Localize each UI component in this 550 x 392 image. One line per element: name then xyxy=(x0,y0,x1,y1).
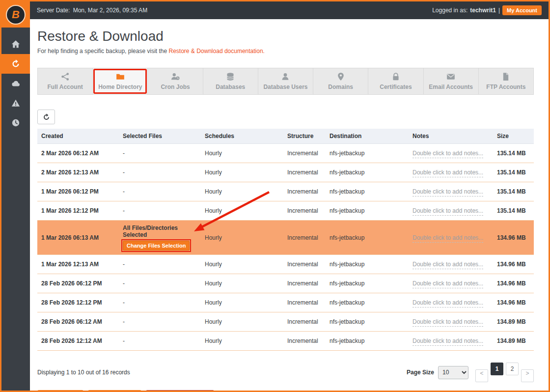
username: techwrit1 xyxy=(470,7,496,14)
envelope-icon xyxy=(446,72,455,81)
tab-databases[interactable]: Databases xyxy=(203,68,258,94)
table-row[interactable]: 1 Mar 2026 06:12 PM-HourlyIncrementalnfs… xyxy=(37,182,534,201)
documentation-link[interactable]: Restore & Download documentation. xyxy=(169,48,265,55)
backup-table-body: 2 Mar 2026 06:12 AM-HourlyIncrementalnfs… xyxy=(37,144,534,351)
schedules-cell: Hourly xyxy=(201,163,283,182)
structure-cell: Incremental xyxy=(283,255,326,274)
main-content: Restore & Download For help finding a sp… xyxy=(30,19,549,391)
sidebar-item-backups[interactable] xyxy=(1,74,30,93)
pagination-page-1-button[interactable]: 1 xyxy=(491,363,503,375)
table-row[interactable]: 2 Mar 2026 06:12 AM-HourlyIncrementalnfs… xyxy=(37,144,534,163)
subtitle: For help finding a specific backup, plea… xyxy=(37,48,534,55)
sidebar-item-queue[interactable] xyxy=(1,113,30,133)
selected-files-cell: All Files/Directories SelectedChange Fil… xyxy=(119,221,201,255)
structure-cell: Incremental xyxy=(283,274,326,293)
logo-link[interactable]: B xyxy=(1,1,30,28)
table-row[interactable]: 28 Feb 2026 06:12 AM-HourlyIncrementalnf… xyxy=(37,312,534,332)
table-row[interactable]: 2 Mar 2026 12:13 AM-HourlyIncrementalnfs… xyxy=(37,163,534,182)
clear-selection-button[interactable]: Clear Selection xyxy=(146,390,215,392)
notes-placeholder[interactable]: Double click to add notes... xyxy=(412,318,483,327)
tab-label: Cron Jobs xyxy=(161,84,190,90)
cloud-icon xyxy=(11,79,20,88)
alert-icon xyxy=(11,99,20,108)
server-date-value: Mon, Mar 2, 2026, 09:35 AM xyxy=(73,7,147,14)
column-header-created[interactable]: Created xyxy=(37,129,119,144)
selected-files-cell: - xyxy=(119,163,201,182)
schedules-cell: Hourly xyxy=(201,255,283,274)
size-cell: 134.96 MB xyxy=(493,221,534,255)
size-cell: 135.14 MB xyxy=(493,163,534,182)
annotation-box: Change Files Selection xyxy=(123,241,190,251)
download-button[interactable]: Download xyxy=(88,390,141,392)
notes-placeholder[interactable]: Double click to add notes... xyxy=(412,188,483,196)
restore-button[interactable]: Restore xyxy=(37,390,83,392)
sidebar-item-home[interactable] xyxy=(1,34,30,54)
column-header-structure[interactable]: Structure xyxy=(283,129,326,144)
column-header-size[interactable]: Size xyxy=(493,129,534,144)
structure-cell: Incremental xyxy=(283,221,326,255)
table-row[interactable]: 28 Feb 2026 12:12 PM-HourlyIncrementalnf… xyxy=(37,293,534,312)
table-row[interactable]: 1 Mar 2026 12:13 AM-HourlyIncrementalnfs… xyxy=(37,255,534,274)
pagination-prev-button[interactable]: < xyxy=(475,369,488,382)
sidebar-item-alerts[interactable] xyxy=(1,93,30,113)
notes-placeholder[interactable]: Double click to add notes... xyxy=(412,169,483,177)
schedules-cell: Hourly xyxy=(201,293,283,312)
change-files-selection-button[interactable]: Change Files Selection xyxy=(123,241,190,251)
notes-cell: Double click to add notes... xyxy=(409,201,493,221)
pager-area: Page Size 10 <12> xyxy=(407,363,534,382)
schedules-cell: Hourly xyxy=(201,274,283,293)
table-row[interactable]: 28 Feb 2026 12:12 AM-HourlyIncrementalnf… xyxy=(37,332,534,351)
structure-cell: Incremental xyxy=(283,332,326,351)
structure-cell: Incremental xyxy=(283,293,326,312)
notes-placeholder[interactable]: Double click to add notes... xyxy=(412,207,483,216)
notes-placeholder[interactable]: Double click to add notes... xyxy=(412,299,483,308)
notes-placeholder[interactable]: Double click to add notes... xyxy=(412,261,483,269)
notes-placeholder[interactable]: Double click to add notes... xyxy=(412,150,483,158)
table-row[interactable]: 28 Feb 2026 06:12 PM-HourlyIncrementalnf… xyxy=(37,274,534,293)
destination-cell: nfs-jetbackup xyxy=(326,182,409,201)
notes-placeholder[interactable]: Double click to add notes... xyxy=(412,280,483,288)
tab-email-accounts[interactable]: Email Accounts xyxy=(424,68,479,94)
tab-label: Database Users xyxy=(263,84,307,90)
tab-domains[interactable]: Domains xyxy=(313,68,368,94)
my-account-button[interactable]: My Account xyxy=(502,5,542,15)
database-user-icon xyxy=(281,72,290,81)
destination-cell: nfs-jetbackup xyxy=(326,201,409,221)
notes-placeholder[interactable]: Double click to add notes... xyxy=(412,337,483,346)
destination-cell: nfs-jetbackup xyxy=(326,274,409,293)
notes-placeholder[interactable]: Double click to add notes... xyxy=(412,234,483,243)
sidebar-item-restore-download[interactable] xyxy=(1,54,30,74)
pagination-page-2-button[interactable]: 2 xyxy=(506,363,519,375)
notes-cell: Double click to add notes... xyxy=(409,144,493,163)
destination-cell: nfs-jetbackup xyxy=(326,332,409,351)
refresh-button[interactable] xyxy=(37,110,55,124)
column-header-destination[interactable]: Destination xyxy=(326,129,409,144)
page-size-select[interactable]: 10 xyxy=(438,366,468,379)
table-row[interactable]: 1 Mar 2026 06:13 AMAll Files/Directories… xyxy=(37,221,534,255)
created-cell: 2 Mar 2026 12:13 AM xyxy=(37,163,119,182)
column-header-notes[interactable]: Notes xyxy=(409,129,493,144)
created-cell: 2 Mar 2026 06:12 AM xyxy=(37,144,119,163)
tab-home-directory[interactable]: Home Directory xyxy=(93,68,148,94)
size-cell: 134.96 MB xyxy=(493,274,534,293)
structure-cell: Incremental xyxy=(283,201,326,221)
restore-icon xyxy=(11,59,20,68)
created-cell: 28 Feb 2026 06:12 AM xyxy=(37,312,119,332)
jetbackup-logo-icon: B xyxy=(6,5,26,25)
tab-label: Home Directory xyxy=(98,84,142,90)
tab-database-users[interactable]: Database Users xyxy=(258,68,313,94)
pagination-next-button[interactable]: > xyxy=(521,369,534,382)
selected-files-cell: - xyxy=(119,144,201,163)
tab-cron-jobs[interactable]: Cron Jobs xyxy=(148,68,203,94)
column-header-schedules[interactable]: Schedules xyxy=(201,129,283,144)
size-cell: 134.89 MB xyxy=(493,312,534,332)
tab-ftp-accounts[interactable]: FTP Accounts xyxy=(479,68,533,94)
tab-full-account[interactable]: Full Account xyxy=(38,68,93,94)
topbar: Server Date: Mon, Mar 2, 2026, 09:35 AM … xyxy=(30,1,549,19)
tab-label: FTP Accounts xyxy=(486,84,525,90)
server-date-label: Server Date: xyxy=(37,7,70,14)
tab-certificates[interactable]: Certificates xyxy=(368,68,423,94)
column-header-selected-files[interactable]: Selected Files xyxy=(119,129,201,144)
table-row[interactable]: 1 Mar 2026 12:12 PM-HourlyIncrementalnfs… xyxy=(37,201,534,221)
home-icon xyxy=(11,40,20,49)
